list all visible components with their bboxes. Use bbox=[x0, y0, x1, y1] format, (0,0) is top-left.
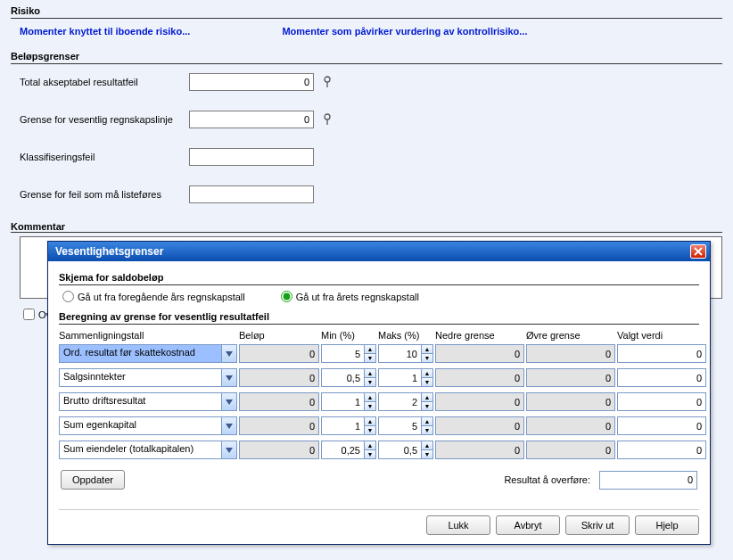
radio-foregaaende[interactable]: Gå ut fra foregående års regnskapstall bbox=[62, 291, 245, 302]
svg-point-2 bbox=[325, 114, 330, 119]
spinner-up-icon[interactable]: ▲ bbox=[365, 441, 375, 450]
table-row: Salgsinntekter▲▼▲▼ bbox=[59, 368, 699, 387]
radio-aarets[interactable]: Gå ut fra årets regnskapstall bbox=[281, 291, 419, 302]
oppdater-button[interactable]: Oppdater bbox=[61, 470, 125, 490]
spinner-down-icon[interactable]: ▼ bbox=[365, 426, 375, 434]
combo-text: Brutto driftsresultat bbox=[60, 393, 221, 410]
max-spinner[interactable]: ▲▼ bbox=[378, 344, 433, 363]
readonly-cell bbox=[239, 441, 319, 459]
input-klassifiseringsfeil[interactable] bbox=[189, 148, 314, 166]
skrivut-button[interactable]: Skriv ut bbox=[565, 515, 630, 535]
spinner-input[interactable] bbox=[321, 441, 364, 459]
spinner-down-icon[interactable]: ▼ bbox=[365, 450, 375, 458]
chevron-down-icon[interactable] bbox=[221, 441, 236, 458]
readonly-cell bbox=[239, 392, 319, 411]
spinner-down-icon[interactable]: ▼ bbox=[422, 426, 432, 434]
valgt-verdi-input[interactable] bbox=[617, 368, 706, 387]
readonly-cell bbox=[435, 392, 524, 411]
label-grense-regnskapslinje: Grense for vesentlig regnskapslinje bbox=[20, 114, 189, 125]
spinner-up-icon[interactable]: ▲ bbox=[365, 417, 375, 426]
link-kontrollrisiko[interactable]: Momenter som påvirker vurdering av kontr… bbox=[282, 26, 527, 37]
spinner-down-icon[interactable]: ▼ bbox=[365, 378, 375, 386]
label-grense-listefores: Grense for feil som må listeføres bbox=[20, 189, 189, 200]
spinner-input[interactable] bbox=[321, 392, 364, 411]
readonly-cell bbox=[239, 344, 319, 363]
spinner-up-icon[interactable]: ▲ bbox=[422, 345, 432, 354]
spinner-down-icon[interactable]: ▼ bbox=[365, 402, 375, 410]
valgt-verdi-input[interactable] bbox=[617, 344, 706, 363]
link-iboende-risiko[interactable]: Momenter knyttet til iboende risiko... bbox=[20, 26, 190, 37]
spinner-up-icon[interactable]: ▲ bbox=[422, 441, 432, 450]
spinner-input[interactable] bbox=[321, 368, 364, 387]
spinner-up-icon[interactable]: ▲ bbox=[365, 369, 375, 378]
spinner-down-icon[interactable]: ▼ bbox=[422, 378, 432, 386]
close-icon[interactable] bbox=[690, 244, 706, 259]
hjelp-button[interactable]: Hjelp bbox=[635, 515, 699, 535]
spinner-down-icon[interactable]: ▼ bbox=[422, 402, 432, 410]
dialog-title: Vesentlighetsgrenser bbox=[55, 245, 163, 258]
combo-text: Sum eiendeler (totalkapitalen) bbox=[60, 441, 221, 458]
sammenligningstall-combo[interactable]: Brutto driftsresultat bbox=[59, 392, 237, 411]
chevron-down-icon[interactable] bbox=[221, 417, 236, 434]
avbryt-button[interactable]: Avbryt bbox=[496, 515, 560, 535]
spinner-input[interactable] bbox=[378, 416, 421, 435]
input-total-akseptabel[interactable] bbox=[189, 73, 314, 91]
readonly-cell bbox=[435, 441, 524, 459]
ove-checkbox[interactable] bbox=[23, 309, 35, 320]
spinner-down-icon[interactable]: ▼ bbox=[365, 354, 375, 362]
min-spinner[interactable]: ▲▼ bbox=[321, 368, 376, 387]
combo-text: Ord. resultat før skattekostnad bbox=[60, 345, 221, 362]
readonly-cell bbox=[435, 368, 524, 387]
valgt-verdi-input[interactable] bbox=[617, 441, 706, 459]
pin-icon[interactable] bbox=[321, 113, 334, 126]
max-spinner[interactable]: ▲▼ bbox=[378, 441, 433, 459]
max-spinner[interactable]: ▲▼ bbox=[378, 368, 433, 387]
pin-icon[interactable] bbox=[321, 76, 334, 88]
spinner-up-icon[interactable]: ▲ bbox=[365, 345, 375, 354]
table-row: Brutto driftsresultat▲▼▲▼ bbox=[59, 392, 699, 411]
min-spinner[interactable]: ▲▼ bbox=[321, 416, 376, 435]
valgt-verdi-input[interactable] bbox=[617, 416, 706, 435]
lukk-button[interactable]: Lukk bbox=[426, 515, 490, 535]
spinner-down-icon[interactable]: ▼ bbox=[422, 354, 432, 362]
sammenligningstall-combo[interactable]: Sum eiendeler (totalkapitalen) bbox=[59, 441, 237, 459]
label-klassifiseringsfeil: Klassifiseringsfeil bbox=[20, 152, 189, 162]
skjema-heading: Skjema for saldobeløp bbox=[59, 272, 699, 285]
chevron-down-icon[interactable] bbox=[221, 345, 236, 362]
chevron-down-icon[interactable] bbox=[221, 393, 236, 410]
spinner-input[interactable] bbox=[378, 344, 421, 363]
spinner-input[interactable] bbox=[378, 368, 421, 387]
combo-text: Salgsinntekter bbox=[60, 369, 221, 386]
sammenligningstall-combo[interactable]: Ord. resultat før skattekostnad bbox=[59, 344, 237, 363]
sammenligningstall-combo[interactable]: Sum egenkapital bbox=[59, 416, 237, 435]
max-spinner[interactable]: ▲▼ bbox=[378, 416, 433, 435]
readonly-cell bbox=[526, 368, 615, 387]
max-spinner[interactable]: ▲▼ bbox=[378, 392, 433, 411]
min-spinner[interactable]: ▲▼ bbox=[321, 392, 376, 411]
readonly-cell bbox=[435, 416, 524, 435]
min-spinner[interactable]: ▲▼ bbox=[321, 441, 376, 459]
svg-point-0 bbox=[325, 77, 330, 82]
table-row: Sum egenkapital▲▼▲▼ bbox=[59, 416, 699, 435]
table-row: Sum eiendeler (totalkapitalen)▲▼▲▼ bbox=[59, 441, 699, 459]
spinner-input[interactable] bbox=[378, 441, 421, 459]
min-spinner[interactable]: ▲▼ bbox=[321, 344, 376, 363]
readonly-cell bbox=[239, 416, 319, 435]
beregning-heading: Beregning av grense for vesentlig result… bbox=[59, 311, 699, 325]
input-grense-regnskapslinje[interactable] bbox=[189, 111, 314, 128]
valgt-verdi-input[interactable] bbox=[617, 392, 706, 411]
spinner-up-icon[interactable]: ▲ bbox=[365, 393, 375, 402]
readonly-cell bbox=[239, 368, 319, 387]
spinner-up-icon[interactable]: ▲ bbox=[422, 393, 432, 402]
spinner-up-icon[interactable]: ▲ bbox=[422, 417, 432, 426]
belopsgrenser-heading: Beløpsgrenser bbox=[11, 51, 722, 64]
spinner-down-icon[interactable]: ▼ bbox=[422, 450, 432, 458]
spinner-input[interactable] bbox=[321, 416, 364, 435]
spinner-up-icon[interactable]: ▲ bbox=[422, 369, 432, 378]
resultat-input[interactable] bbox=[599, 471, 697, 490]
input-grense-listefores[interactable] bbox=[189, 185, 314, 203]
sammenligningstall-combo[interactable]: Salgsinntekter bbox=[59, 368, 237, 387]
spinner-input[interactable] bbox=[321, 344, 364, 363]
spinner-input[interactable] bbox=[378, 392, 421, 411]
chevron-down-icon[interactable] bbox=[221, 369, 236, 386]
